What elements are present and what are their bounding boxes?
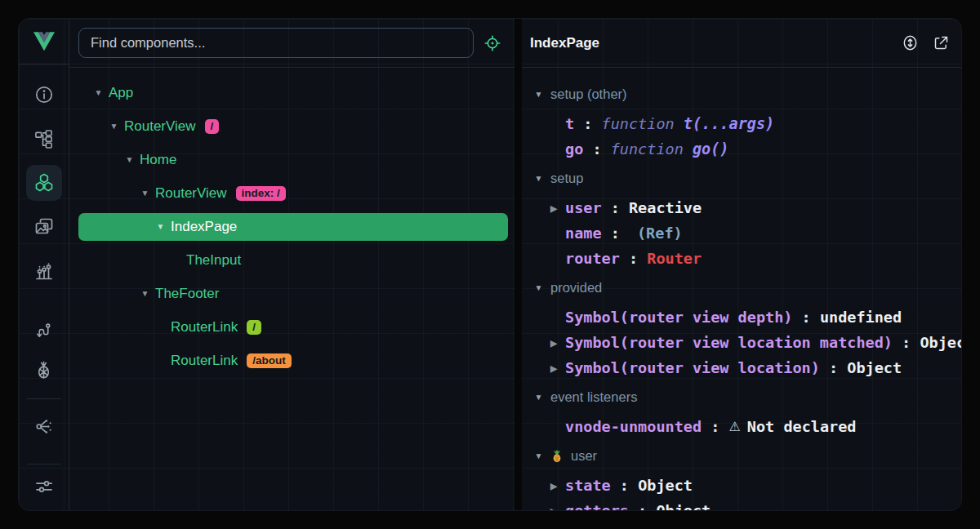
info-icon[interactable] xyxy=(19,73,69,117)
tree-row-routerview[interactable]: ▼ RouterView / xyxy=(69,109,514,143)
section-setup[interactable]: ▼ setup xyxy=(522,166,961,191)
scroll-to-component-icon[interactable] xyxy=(902,34,919,51)
section-user-store[interactable]: ▼ user xyxy=(522,443,961,469)
assets-icon[interactable] xyxy=(19,205,69,249)
section-setup-other[interactable]: ▼ setup (other) xyxy=(522,82,961,107)
key-separator: : xyxy=(602,199,629,216)
tree-row-theinput[interactable]: TheInput xyxy=(69,243,514,277)
expand-icon[interactable]: ▼ xyxy=(140,189,150,198)
collapse-icon[interactable]: ▼ xyxy=(533,283,544,292)
state-key: t xyxy=(565,115,574,132)
tree-row-routerlink-home[interactable]: RouterLink / xyxy=(69,310,514,344)
timeline-levels-icon[interactable] xyxy=(19,249,69,293)
section-label: setup (other) xyxy=(550,87,627,102)
expand-icon[interactable]: ▼ xyxy=(93,88,104,97)
state-row-go[interactable]: go : function go() xyxy=(522,136,961,162)
expand-icon[interactable]: ▶ xyxy=(550,506,565,511)
settings-icon[interactable] xyxy=(19,465,69,509)
state-value: Object xyxy=(920,334,961,351)
tree-row-indexpage-selected[interactable]: ▼ IndexPage xyxy=(69,210,514,243)
section-event-listeners[interactable]: ▼ event listeners xyxy=(522,385,961,410)
state-key: router xyxy=(565,250,620,267)
expand-icon[interactable]: ▼ xyxy=(109,122,119,131)
graph-icon[interactable] xyxy=(19,404,69,448)
devtools-window: ▼ App ▼ RouterView / ▼ Home ▼ RouterView… xyxy=(18,18,962,511)
state-row-getters[interactable]: ▶ getters : Object xyxy=(522,498,961,510)
route-badge: / xyxy=(205,119,220,134)
function-signature: go() xyxy=(693,140,729,158)
state-row-name[interactable]: name : (Ref) xyxy=(522,220,961,246)
state-row-symbol-depth[interactable]: Symbol(router view depth) : undefined xyxy=(522,305,961,330)
expand-icon[interactable]: ▼ xyxy=(140,289,150,298)
state-row-symbol-location[interactable]: ▶ Symbol(router view location) : Object xyxy=(522,355,961,380)
state-inspector-panel: IndexPage ▼ setup (other) t : function t… xyxy=(522,19,961,510)
key-separator: : xyxy=(820,359,847,376)
state-value: Reactive xyxy=(629,199,702,216)
pinia-icon[interactable] xyxy=(19,348,69,392)
component-name: RouterView xyxy=(124,118,196,135)
tree-row-app[interactable]: ▼ App xyxy=(69,76,514,109)
pinia-pineapple-icon xyxy=(550,450,564,463)
component-name: RouterView xyxy=(155,185,227,202)
key-separator: : xyxy=(602,224,629,242)
search-box xyxy=(78,28,474,58)
component-tree-icon[interactable] xyxy=(19,117,69,161)
expand-icon[interactable]: ▶ xyxy=(550,203,565,213)
state-value: (Ref) xyxy=(637,224,683,242)
expand-icon[interactable]: ▶ xyxy=(550,338,565,348)
section-provided[interactable]: ▼ provided xyxy=(522,275,961,300)
state-key: go xyxy=(565,140,583,158)
expand-icon[interactable]: ▼ xyxy=(155,222,166,231)
state-row-vnode-unmounted[interactable]: vnode-unmounted : ⚠Not declared xyxy=(522,414,961,439)
tree-row-routerview-index[interactable]: ▼ RouterView index: / xyxy=(69,176,514,210)
vue-logo[interactable] xyxy=(19,19,69,64)
key-separator: : xyxy=(792,309,819,326)
state-key: Symbol(router view location) xyxy=(565,359,820,376)
expand-icon[interactable]: ▶ xyxy=(550,363,565,373)
collapse-icon[interactable]: ▼ xyxy=(533,451,544,460)
tree-row-thefooter[interactable]: ▼ TheFooter xyxy=(69,277,514,310)
selected-component-title: IndexPage xyxy=(530,35,599,51)
route-badge: /about xyxy=(247,353,292,368)
key-separator: : xyxy=(620,250,647,267)
components-icon[interactable] xyxy=(19,161,69,205)
tree-row-routerlink-about[interactable]: RouterLink /about xyxy=(69,344,514,377)
state-value: Not declared xyxy=(747,418,857,435)
search-input[interactable] xyxy=(79,35,473,51)
section-label: event listeners xyxy=(550,389,637,405)
state-key: Symbol(router view location matched) xyxy=(565,334,893,351)
collapse-icon[interactable]: ▼ xyxy=(533,90,544,99)
open-in-editor-icon[interactable] xyxy=(933,34,950,51)
component-name: TheInput xyxy=(186,252,241,269)
state-row-state[interactable]: ▶ state : Object xyxy=(522,473,961,498)
component-tree: ▼ App ▼ RouterView / ▼ Home ▼ RouterView… xyxy=(69,68,514,377)
inspect-target-icon[interactable] xyxy=(483,34,501,52)
state-row-t[interactable]: t : function t(...args) xyxy=(522,111,961,136)
state-key: Symbol(router view depth) xyxy=(565,309,792,326)
inspector-header-icons xyxy=(902,34,950,51)
sidebar xyxy=(19,19,69,510)
state-row-user[interactable]: ▶ user : Reactive xyxy=(522,195,961,220)
collapse-icon[interactable]: ▼ xyxy=(533,393,544,402)
state-row-router[interactable]: router : Router xyxy=(522,246,961,271)
function-keyword: function xyxy=(602,115,684,132)
tree-row-home[interactable]: ▼ Home xyxy=(69,143,514,176)
state-value: Router xyxy=(647,250,702,267)
router-icon[interactable] xyxy=(19,307,69,351)
state-value: Object xyxy=(638,477,693,494)
state-body: ▼ setup (other) t : function t(...args) … xyxy=(522,68,961,510)
state-key: getters xyxy=(565,502,629,510)
key-separator: : xyxy=(629,502,656,510)
sidebar-divider xyxy=(27,398,61,399)
component-name: App xyxy=(109,85,133,101)
collapse-icon[interactable]: ▼ xyxy=(533,174,544,183)
key-separator: : xyxy=(611,477,638,494)
state-row-symbol-matched[interactable]: ▶ Symbol(router view location matched) :… xyxy=(522,330,961,355)
expand-icon[interactable]: ▼ xyxy=(124,155,135,164)
component-name: RouterLink xyxy=(171,353,238,369)
section-label: setup xyxy=(550,171,583,186)
panel-splitter[interactable] xyxy=(514,19,522,510)
component-name: TheFooter xyxy=(155,286,219,302)
component-name: IndexPage xyxy=(171,219,237,235)
expand-icon[interactable]: ▶ xyxy=(550,481,565,491)
